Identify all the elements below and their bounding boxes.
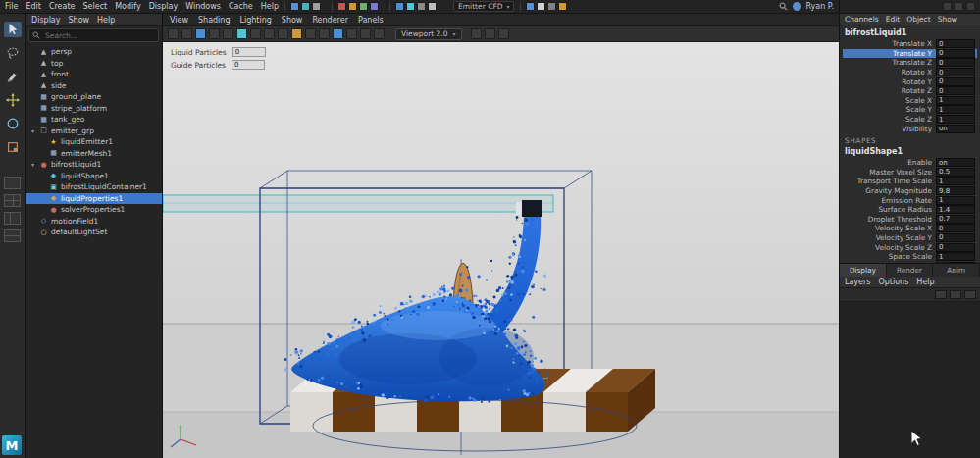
menu-item[interactable]: Display <box>149 2 179 11</box>
viewport-toolbar-icon[interactable] <box>291 28 302 39</box>
layer-editor-menu-item[interactable]: Help <box>916 278 934 286</box>
layout-four-view-button[interactable] <box>4 194 21 207</box>
channel-row[interactable]: Emission Rate 1 <box>843 195 977 205</box>
status-icon[interactable] <box>348 2 357 11</box>
expand-arrow-icon[interactable]: ▾ <box>29 127 36 134</box>
layer-editor-menu-item[interactable]: Options <box>878 278 908 286</box>
close-icon[interactable] <box>966 2 975 11</box>
layout-hypershade-button[interactable] <box>4 229 21 242</box>
shape-node-name[interactable]: liquidShape1 <box>843 146 977 158</box>
channel-row[interactable]: Space Scale 1 <box>843 252 977 262</box>
menu-item[interactable]: Create <box>49 2 76 11</box>
channel-name[interactable]: Rotate Z <box>902 86 932 95</box>
channel-name[interactable]: Master Voxel Size <box>869 168 932 177</box>
outliner-menu-item[interactable]: Help <box>97 16 115 25</box>
outliner-item[interactable]: ● solverProperties1 <box>26 204 162 216</box>
channel-name[interactable]: Emission Rate <box>881 196 932 205</box>
channel-value-field[interactable]: 1 <box>936 252 975 261</box>
channel-value-field[interactable]: 9.8 <box>936 186 975 195</box>
viewport-menu-item[interactable]: View <box>170 16 188 25</box>
emitter-plane-wireframe[interactable] <box>163 195 553 212</box>
status-icon[interactable] <box>406 2 415 11</box>
viewport-toolbar-icon[interactable] <box>181 28 192 39</box>
outliner-item[interactable]: ◇ motionField1 <box>26 216 162 228</box>
outliner-item[interactable]: ▦ tank_geo <box>26 114 162 126</box>
channel-row[interactable]: Translate X 0 <box>843 39 977 49</box>
channel-row[interactable]: Translate Z 0 <box>843 58 977 68</box>
channel-value-field[interactable]: 0 <box>936 224 975 232</box>
viewport-toolbar-icon[interactable] <box>264 28 275 39</box>
channel-row[interactable]: Scale Y 1 <box>843 105 977 115</box>
menu-item[interactable]: Help <box>261 2 279 11</box>
channel-value-field[interactable]: 1 <box>936 115 975 124</box>
channel-value-field[interactable]: 0 <box>936 77 975 86</box>
channel-row[interactable]: Scale Z 1 <box>843 115 977 125</box>
viewport-toolbar-icon[interactable] <box>209 28 220 39</box>
outliner-item[interactable]: ▲ top <box>26 58 162 70</box>
move-layer-button[interactable] <box>964 290 976 299</box>
status-icon[interactable] <box>526 2 535 11</box>
channel-value-field[interactable]: 0 <box>936 49 975 58</box>
channel-name[interactable]: Gravity Magnitude <box>865 186 932 195</box>
outliner-item[interactable]: ▲ persp <box>26 46 162 58</box>
channel-row[interactable]: Translate Y 0 <box>843 49 977 59</box>
status-icon[interactable] <box>290 2 299 11</box>
move-tool[interactable] <box>4 92 22 108</box>
outliner-item[interactable]: ▣ bifrostLiquidContainer1 <box>26 181 162 193</box>
channel-value-field[interactable]: 1 <box>936 196 975 205</box>
status-icon[interactable] <box>312 2 321 11</box>
viewport-menu-item[interactable]: Shading <box>198 16 231 25</box>
channel-name[interactable]: Scale X <box>905 96 932 105</box>
channel-name[interactable]: Velocity Scale Y <box>876 233 932 242</box>
channel-value-field[interactable]: 0 <box>936 39 975 48</box>
menu-item[interactable]: Cache <box>229 2 253 11</box>
expand-arrow-icon[interactable]: ▾ <box>29 161 36 168</box>
viewport-toolbar-icon[interactable] <box>305 28 316 39</box>
menu-item[interactable]: Edit <box>26 2 41 11</box>
menu-item[interactable]: Windows <box>185 2 221 11</box>
layer-list[interactable] <box>840 302 980 458</box>
viewport-toolbar-icon[interactable] <box>498 28 509 39</box>
avatar[interactable] <box>793 2 801 11</box>
viewport-canvas[interactable]: Liquid Particles 0 Guide Particles 0 <box>163 42 839 458</box>
channel-row[interactable]: Gravity Magnitude 9.8 <box>843 186 977 196</box>
viewport-toolbar-icon[interactable] <box>374 28 385 39</box>
menu-item[interactable]: File <box>5 2 18 11</box>
outliner-item[interactable]: ▦ emitterMesh1 <box>26 148 162 160</box>
outliner-search-input[interactable] <box>43 30 155 41</box>
status-icon[interactable] <box>337 2 346 11</box>
channel-row[interactable]: Velocity Scale Z 0 <box>843 242 977 252</box>
outliner-item[interactable]: ◆ liquidProperties1 <box>26 193 162 205</box>
channel-value-field[interactable]: 1 <box>936 105 975 114</box>
status-icon[interactable] <box>359 2 368 11</box>
outliner-item[interactable]: ◆ liquidShape1 <box>26 171 162 182</box>
preset-dropdown[interactable]: Emitter CFD ▾ <box>453 1 514 12</box>
paint-select-tool[interactable] <box>4 69 22 84</box>
channel-name[interactable]: Velocity Scale X <box>875 224 932 232</box>
channel-row[interactable]: Visibility on <box>843 124 977 133</box>
new-layer-button[interactable] <box>935 290 947 299</box>
status-icon[interactable] <box>558 2 567 11</box>
layout-persp-outliner-button[interactable] <box>4 212 21 225</box>
outliner-item[interactable]: ▲ side <box>26 80 162 92</box>
outliner-item[interactable]: ▾ ● bifrostLiquid1 <box>26 159 162 171</box>
outliner-menu-item[interactable]: Display <box>31 16 61 25</box>
outliner-item[interactable]: ▲ front <box>26 69 162 80</box>
viewport-toolbar-icon[interactable] <box>346 28 357 39</box>
pin-icon[interactable] <box>943 2 952 11</box>
viewport-toolbar-icon[interactable] <box>168 28 179 39</box>
channel-row[interactable]: Master Voxel Size 0.5 <box>843 168 977 178</box>
outliner-item[interactable]: ★ liquidEmitter1 <box>26 136 162 148</box>
scale-tool[interactable] <box>4 139 22 155</box>
channel-row[interactable]: Enable on <box>843 158 977 168</box>
emitter-nozzle[interactable] <box>516 200 542 217</box>
channel-value-field[interactable]: on <box>936 158 975 167</box>
viewport-toolbar-icon[interactable] <box>485 28 495 39</box>
hud-value-field[interactable]: 0 <box>232 47 266 57</box>
channel-name[interactable]: Translate Z <box>893 58 932 67</box>
channel-name[interactable]: Enable <box>907 158 932 167</box>
channel-row[interactable]: Velocity Scale Y 0 <box>843 233 977 243</box>
viewport-toolbar-icon[interactable] <box>195 28 206 39</box>
outliner-menu-item[interactable]: Show <box>69 16 90 25</box>
channel-row[interactable]: Transport Time Scale 1 <box>843 177 977 186</box>
